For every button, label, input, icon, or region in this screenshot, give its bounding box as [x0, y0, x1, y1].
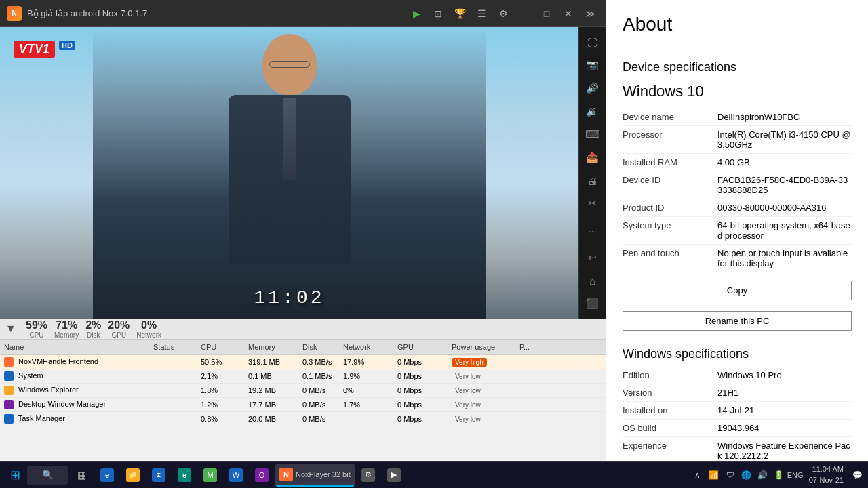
col-disk[interactable]: Disk — [298, 341, 339, 353]
anchor-figure — [93, 27, 486, 319]
meet-icon: M — [203, 468, 217, 482]
emulator-titlebar: N Bộ giả lập android Nox 7.0.1.7 ▶ ⊡ 🏆 ☰… — [0, 0, 606, 27]
fullscreen-icon[interactable]: ⛶ — [582, 31, 604, 53]
col-power[interactable]: Power usage — [448, 341, 515, 353]
table-row[interactable]: Desktop Window Manager 1.2% 17.7 MB 0 MB… — [0, 398, 606, 412]
row-memory: 319.1 MB — [244, 356, 298, 368]
antivirus-icon[interactable]: 🛡 — [724, 468, 737, 482]
row-network: 0% — [339, 384, 393, 396]
edge-taskbar-button[interactable]: e — [95, 464, 119, 487]
col-name[interactable]: Name — [0, 341, 149, 353]
file-explorer-taskbar-button[interactable]: 📁 — [121, 464, 145, 487]
noxplayer-label: NoxPlayer 32 bit — [296, 470, 351, 479]
keyboard-icon[interactable]: ⌨ — [582, 123, 604, 145]
about-panel: About Device specifications Windows 10 D… — [606, 0, 868, 461]
menu-button[interactable]: ☰ — [473, 5, 490, 22]
tm-expand-icon[interactable]: ▼ — [5, 323, 19, 336]
table-row[interactable]: Windows Explorer 1.8% 19.2 MB 0 MB/s 0% … — [0, 384, 606, 398]
device-id-value: FACB1B26-F58C-4ED0-B39A-333338888D25 — [717, 175, 852, 195]
sidebar-collapse-button[interactable]: ≫ — [581, 5, 599, 22]
screenshot-button[interactable]: ⊡ — [429, 5, 447, 22]
settings-button[interactable]: ⚙ — [494, 5, 512, 22]
media-taskbar-button[interactable]: ▶ — [382, 464, 406, 487]
file-explorer-icon: 📁 — [126, 468, 140, 482]
camera-icon[interactable]: 📷 — [582, 54, 604, 76]
eng-label[interactable]: ENG — [789, 468, 802, 482]
onenote-taskbar-button[interactable]: O — [250, 464, 274, 487]
col-p2[interactable]: P... — [515, 341, 549, 353]
disk-value: 2% — [85, 319, 101, 331]
meet-taskbar-button[interactable]: M — [198, 464, 222, 487]
row-disk: 0.3 MB/s — [298, 356, 339, 368]
table-row[interactable]: NoxVMHandle Frontend 50.5% 319.1 MB 0.3 … — [0, 355, 606, 369]
row-name: NoxVMHandle Frontend — [0, 355, 149, 369]
noxplayer-taskbar-button[interactable]: N NoxPlayer 32 bit — [275, 464, 355, 487]
print-icon[interactable]: 🖨 — [582, 169, 604, 191]
col-status[interactable]: Status — [149, 341, 197, 353]
processor-value: Intel(R) Core(TM) i3-4150 CPU @ 3.50GHz — [717, 129, 852, 150]
row-gpu-net: 0 Mbps — [393, 384, 448, 396]
volume-tray-icon[interactable]: 🔊 — [756, 468, 770, 482]
zalo-taskbar-button[interactable]: Z — [146, 464, 171, 487]
settings-icon: ⚙ — [361, 468, 375, 482]
volume-down-icon[interactable]: 🔉 — [582, 100, 604, 122]
settings-taskbar-button[interactable]: ⚙ — [356, 464, 380, 487]
titlebar-controls: ▶ ⊡ 🏆 ☰ ⚙ − □ ✕ ≫ — [408, 5, 599, 22]
table-row[interactable]: Task Manager 0.8% 20.0 MB 0 MB/s 0 Mbps … — [0, 412, 606, 426]
person-tie — [283, 98, 296, 180]
row-status — [149, 360, 197, 364]
battery-icon[interactable]: 🔋 — [772, 468, 786, 482]
network-icon[interactable]: 🌐 — [740, 468, 753, 482]
maximize-button[interactable]: □ — [538, 5, 555, 22]
close-button[interactable]: ✕ — [559, 5, 577, 22]
spec-row-version: Version 21H1 — [623, 384, 852, 402]
pen-touch-value: No pen or touch input is available for t… — [717, 248, 852, 268]
col-memory[interactable]: Memory — [244, 341, 298, 353]
more-icon[interactable]: ··· — [582, 220, 604, 241]
spec-row-ram: Installed RAM 4.00 GB — [623, 154, 852, 171]
gpu-value: 20% — [108, 319, 130, 331]
windows-version: Windows 10 — [606, 80, 868, 108]
row-gpu-net: 0 Mbps — [393, 413, 448, 425]
back-icon[interactable]: ↩ — [582, 247, 604, 268]
row-power: Very low — [448, 384, 515, 396]
volume-up-icon[interactable]: 🔊 — [582, 77, 604, 99]
col-gpu[interactable]: GPU — [393, 341, 448, 353]
scissors-icon[interactable]: ✂ — [582, 192, 604, 214]
edge2-taskbar-button[interactable]: e — [172, 464, 197, 487]
disk-label: Disk — [87, 331, 100, 339]
task-view-button[interactable]: ▦ — [69, 464, 94, 487]
gift-button[interactable]: 🏆 — [451, 5, 469, 22]
win-specs-title: Windows specifications — [606, 339, 868, 367]
word-taskbar-button[interactable]: W — [224, 464, 248, 487]
tm-table: Name Status CPU Memory Disk Network GPU … — [0, 340, 606, 461]
ram-label: Installed RAM — [623, 157, 717, 167]
person-head — [262, 34, 317, 95]
broadcast-timestamp: 11:02 — [254, 287, 324, 308]
rename-pc-button[interactable]: Rename this PC — [623, 311, 852, 331]
home-icon[interactable]: ⌂ — [582, 270, 604, 291]
power-badge: Very low — [452, 401, 484, 409]
col-cpu[interactable]: CPU — [197, 341, 244, 353]
about-header: About — [606, 0, 868, 52]
show-hidden-icons[interactable]: ∧ — [691, 468, 705, 482]
col-network[interactable]: Network — [339, 341, 393, 353]
device-specs-title: Device specifications — [606, 52, 868, 80]
play-button[interactable]: ▶ — [408, 5, 425, 22]
share-icon[interactable]: 📤 — [582, 146, 604, 168]
notification-icon[interactable]: 💬 — [850, 468, 864, 482]
network-metric: 0% Network — [136, 319, 161, 339]
row-name: Task Manager — [0, 412, 149, 426]
start-button[interactable]: ⊞ — [4, 464, 26, 486]
table-row[interactable]: System 2.1% 0.1 MB 0.1 MB/s 1.9% 0 Mbps … — [0, 369, 606, 384]
copy-button-1[interactable]: Copy — [623, 281, 852, 300]
shrink-icon[interactable]: ⬛ — [582, 293, 604, 314]
row-memory: 17.7 MB — [244, 399, 298, 411]
emulator-window: N Bộ giả lập android Nox 7.0.1.7 ▶ ⊡ 🏆 ☰… — [0, 0, 606, 461]
minimize-button[interactable]: − — [516, 5, 534, 22]
wifi-icon[interactable]: 📶 — [707, 468, 721, 482]
spec-row-device-name: Device name DellInspironW10FBC — [623, 108, 852, 126]
spec-row-installed-on: Installed on 14-Jul-21 — [623, 402, 852, 420]
taskbar-search-button[interactable]: 🔍 — [27, 466, 68, 485]
row-power: Very low — [448, 370, 515, 382]
